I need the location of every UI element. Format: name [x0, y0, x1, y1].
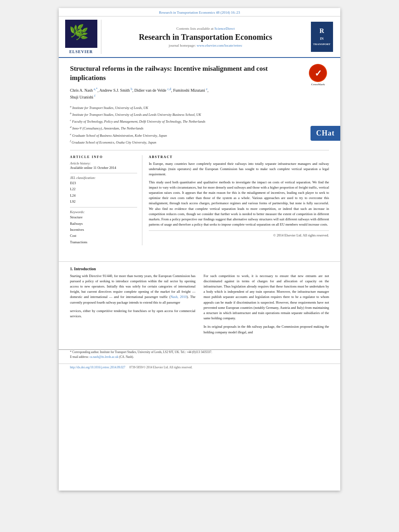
crossmark-icon: ✓	[309, 64, 327, 82]
keyword-transactions: Transactions	[70, 239, 137, 245]
article-info-panel: ARTICLE INFO Article history: Available …	[70, 155, 142, 245]
elsevier-logo-image: 🌿	[65, 20, 97, 48]
copyright: © 2014 Elsevier Ltd. All rights reserved…	[149, 230, 329, 237]
keyword-cost: Cost	[70, 233, 137, 239]
journal-header: 🌿 ELSEVIER Contents lists available at S…	[59, 16, 340, 58]
keyword-incentives: Incentives	[70, 227, 137, 233]
journal-logo-right: R IN TRANSPORT	[310, 20, 334, 54]
body-col-left: Starting with Directive 91/440, for more…	[70, 273, 195, 338]
journal-logo-box: R IN TRANSPORT	[311, 22, 333, 52]
intro-para-2: services, either by competitive tenderin…	[70, 308, 195, 319]
jel-label: JEL classification:	[70, 176, 137, 180]
affiliations: a Institute for Transport Studies, Unive…	[70, 104, 329, 146]
body-col-right: For such competition to work, it is nece…	[204, 273, 329, 338]
affiliation-d: d Inno-V (Consultancy), Amsterdam, The N…	[70, 125, 329, 131]
issn-text: 0739-5859/© 2014 Elsevier Ltd. All right…	[130, 366, 193, 369]
journal-center: Contents lists available at ScienceDirec…	[105, 20, 306, 54]
journal-title: Research in Transportation Economics	[139, 32, 272, 42]
affiliation-a: a Institute for Transport Studies, Unive…	[70, 104, 329, 111]
footnote-email: E-mail address: ca.nash@its.leeds.ac.uk …	[70, 355, 329, 359]
abstract-text: In Europe, many countries have completel…	[149, 161, 329, 227]
page: Research in Transportation Economics 48 …	[59, 8, 340, 491]
journal-reference-text: Research in Transportation Economics 48 …	[159, 10, 240, 14]
affiliation-f: f Graduate School of Economics, Osaka Ci…	[70, 139, 329, 145]
svg-text:🌿: 🌿	[74, 27, 88, 41]
elsevier-text: ELSEVIER	[69, 49, 93, 54]
abstract-title: ABSTRACT	[149, 155, 329, 159]
body-content: 1. Introduction Starting with Directive …	[59, 267, 340, 346]
section-1-heading: 1. Introduction	[70, 267, 329, 271]
journal-reference: Research in Transportation Economics 48 …	[59, 8, 340, 16]
article-content: Structural reforms in the railways: Ince…	[59, 58, 340, 257]
elsevier-logo: 🌿 ELSEVIER	[65, 20, 101, 54]
jel-codes: D23L22L24L92	[70, 180, 137, 205]
intro-para-4: In its original proposals in the 4th rai…	[204, 324, 329, 335]
section-number: 1.	[70, 267, 73, 271]
intro-para-1: Starting with Directive 91/440, for more…	[70, 273, 195, 305]
affiliation-e: e Graduate School of Business Administra…	[70, 132, 329, 138]
keywords-label: Keywords:	[70, 210, 137, 214]
section-title: Introduction	[74, 267, 96, 271]
article-title-text: Structural reforms in the railways: Ince…	[70, 65, 268, 82]
svg-text:IN: IN	[320, 37, 324, 41]
history-label: Article history:	[70, 161, 137, 165]
crossmark-label: CrossMark	[309, 83, 327, 86]
journal-homepage: journal homepage: www.elsevier.com/locat…	[169, 43, 243, 47]
svg-text:R: R	[319, 27, 324, 34]
intro-para-3: For such competition to work, it is nece…	[204, 273, 329, 321]
svg-rect-0	[65, 20, 97, 48]
sciencedirect-anchor[interactable]: ScienceDirect	[214, 27, 234, 31]
nash-2010-link[interactable]: Nash, 2010	[171, 295, 187, 299]
homepage-link[interactable]: www.elsevier.com/locate/retrec	[197, 43, 242, 47]
article-title: Structural reforms in the railways: Ince…	[70, 64, 329, 83]
affiliation-c: c Faculty of Technology, Policy and Mana…	[70, 118, 329, 124]
email-link[interactable]: ca.nash@its.leeds.ac.uk	[90, 355, 118, 359]
info-abstract-section: ARTICLE INFO Article history: Available …	[70, 150, 329, 245]
keyword-railways: Railways	[70, 221, 137, 227]
article-info-title: ARTICLE INFO	[70, 155, 137, 159]
history-value: Available online 11 October 2014	[70, 166, 137, 170]
doi-link[interactable]: http://dx.doi.org/10.1016/j.retrec.2014.…	[70, 366, 125, 369]
keywords: Structure Railways Incentives Cost Trans…	[70, 214, 137, 245]
abstract-para-2: This study used both quantitative and qu…	[149, 180, 329, 228]
authors: Chris A. Nash a,*, Andrew S.J. Smith b, …	[70, 87, 329, 101]
abstract-panel: ABSTRACT In Europe, many countries have …	[149, 155, 329, 245]
abstract-para-1: In Europe, many countries have completel…	[149, 161, 329, 177]
svg-text:✓: ✓	[315, 68, 322, 78]
footnote-area: * Corresponding author. Institute for Tr…	[59, 349, 340, 364]
chat-widget[interactable]: CHat	[311, 126, 340, 141]
keyword-structure: Structure	[70, 214, 137, 220]
sciencedirect-link: Contents lists available at ScienceDirec…	[177, 27, 235, 31]
bottom-bar: http://dx.doi.org/10.1016/j.retrec.2014.…	[59, 364, 340, 371]
svg-text:TRANSPORT: TRANSPORT	[313, 43, 331, 46]
footnote-corresponding: * Corresponding author. Institute for Tr…	[70, 350, 329, 355]
body-two-col: Starting with Directive 91/440, for more…	[70, 273, 329, 338]
affiliation-b: b Institute for Transport Studies, Unive…	[70, 111, 329, 117]
crossmark: ✓ CrossMark	[307, 64, 329, 86]
section-divider	[59, 261, 340, 262]
